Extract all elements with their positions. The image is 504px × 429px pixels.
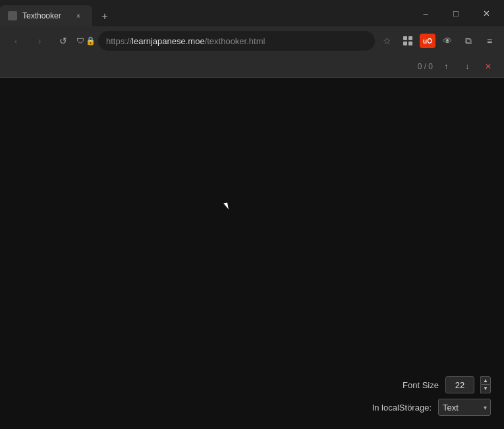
copy-icon: ⧉ — [465, 36, 472, 47]
forward-button[interactable]: › — [29, 30, 50, 51]
reload-button[interactable]: ↺ — [53, 30, 74, 51]
local-storage-select[interactable]: Text HTML — [438, 399, 491, 416]
find-prev-button[interactable]: ↑ — [438, 59, 454, 74]
hamburger-icon: ≡ — [487, 36, 492, 46]
uorigin-icon: uO — [423, 38, 432, 45]
bottom-controls: Font Size ▲ ▼ In localStörage: Text HTML — [372, 376, 491, 416]
bookmark-button[interactable]: ☆ — [378, 32, 396, 50]
security-icons: 🛡 🔒 — [76, 36, 96, 45]
nav-bar: ‹ › ↺ 🛡 🔒 https://learnjapanese.moe/text… — [0, 26, 504, 55]
minimize-button[interactable]: – — [410, 0, 441, 26]
extensions-grid-button[interactable] — [399, 32, 417, 50]
window-controls: – □ ✕ — [410, 0, 504, 26]
faces-icon: 👁 — [443, 36, 452, 46]
active-tab[interactable]: Texthooker × — [0, 5, 92, 26]
find-count: 0 / 0 — [418, 62, 433, 71]
back-button[interactable]: ‹ — [5, 30, 26, 51]
content-area: Font Size ▲ ▼ In localStörage: Text HTML — [0, 78, 504, 429]
lock-icon: 🔒 — [86, 36, 96, 45]
cursor — [223, 203, 229, 210]
tab-close-button[interactable]: × — [72, 10, 84, 22]
font-size-increment[interactable]: ▲ — [480, 376, 491, 385]
menu-button[interactable]: ≡ — [480, 32, 499, 50]
font-size-decrement[interactable]: ▼ — [480, 385, 491, 393]
forward-icon: › — [38, 36, 42, 46]
font-size-input[interactable] — [445, 376, 474, 393]
local-storage-label: In localStörage: — [372, 403, 432, 413]
star-icon: ☆ — [383, 36, 391, 46]
copy-extension-button[interactable]: ⧉ — [459, 32, 478, 50]
address-text: https://learnjapanese.moe/texthooker.htm… — [106, 36, 367, 46]
tab-title: Texthooker — [22, 11, 67, 20]
find-next-button[interactable]: ↓ — [459, 59, 475, 74]
tab-favicon — [8, 11, 17, 20]
find-bar: 0 / 0 ↑ ↓ ✕ — [0, 55, 504, 78]
url-scheme: https:// — [106, 36, 132, 46]
font-size-row: Font Size ▲ ▼ — [403, 376, 491, 393]
local-storage-row: In localStörage: Text HTML — [372, 399, 491, 416]
close-button[interactable]: ✕ — [471, 0, 501, 26]
shield-icon: 🛡 — [76, 36, 84, 45]
grid-icon — [403, 36, 412, 45]
extensions-area: uO 👁 ⧉ — [399, 32, 478, 50]
back-icon: ‹ — [14, 36, 18, 46]
tab-area: Texthooker × + — [0, 0, 410, 26]
local-storage-select-wrap: Text HTML — [438, 399, 491, 416]
font-size-label: Font Size — [403, 380, 439, 390]
url-domain: learnjapanese.moe — [132, 36, 205, 46]
faces-extension-button[interactable]: 👁 — [438, 32, 457, 50]
uorigin-extension-button[interactable]: uO — [420, 34, 435, 48]
address-bar[interactable]: https://learnjapanese.moe/texthooker.htm… — [98, 31, 375, 51]
reload-icon: ↺ — [59, 36, 67, 46]
find-close-button[interactable]: ✕ — [480, 59, 496, 74]
url-path: /texthooker.html — [205, 36, 266, 46]
maximize-button[interactable]: □ — [441, 0, 471, 26]
font-size-spinner: ▲ ▼ — [480, 376, 491, 393]
title-bar: Texthooker × + – □ ✕ — [0, 0, 504, 26]
new-tab-button[interactable]: + — [95, 7, 115, 26]
